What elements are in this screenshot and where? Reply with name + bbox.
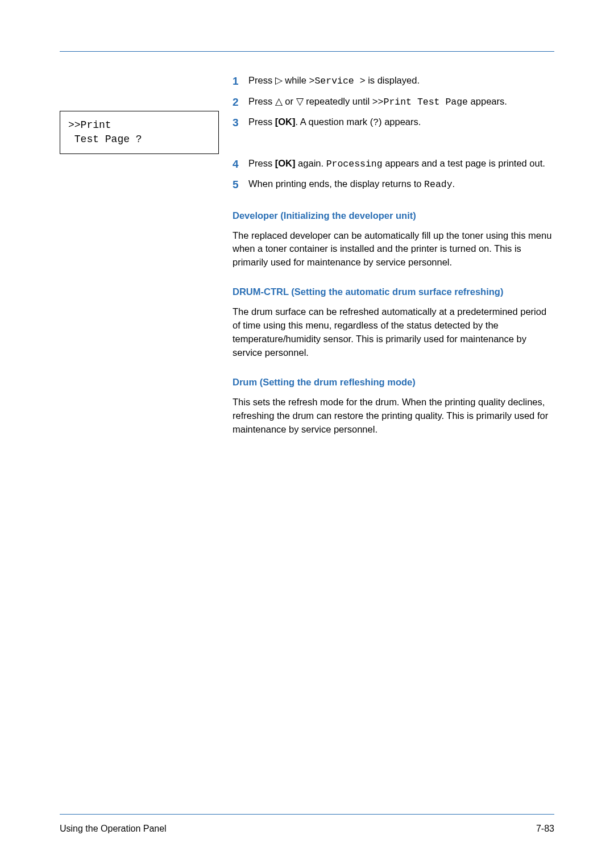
mono-text: Processing: [326, 159, 383, 169]
mono-text: >>Print Test Page: [372, 97, 468, 107]
steps-group-2: 4Press [OK] again. Processing appears an…: [233, 156, 554, 193]
triangle-icon: ▽: [296, 96, 304, 106]
step-item: 5When printing ends, the display returns…: [233, 177, 554, 193]
footer-rule: [60, 814, 554, 815]
step-number: 3: [233, 115, 248, 131]
section-body: The replaced developer can be automatica…: [233, 229, 554, 270]
step-number: 4: [233, 156, 248, 173]
lcd-display: >>Print Test Page ?: [60, 111, 219, 154]
bold-text: [OK]: [275, 117, 296, 127]
step-item: 2Press △ or ▽ repeatedly until >>Print T…: [233, 94, 554, 111]
step-text: Press ▷ while >Service > is displayed.: [248, 73, 554, 90]
top-rule: [60, 51, 554, 52]
mono-text: ?: [373, 117, 379, 128]
section-body: This sets the refresh mode for the drum.…: [233, 396, 554, 437]
triangle-icon: ▷: [275, 75, 283, 85]
step-number: 2: [233, 94, 248, 111]
step-text: Press [OK] again. Processing appears and…: [248, 156, 554, 173]
display-line-1: >>Print: [68, 119, 111, 131]
step-number: 5: [233, 177, 248, 193]
section-heading: Developer (Initializing the developer un…: [233, 210, 554, 221]
step-item: 3Press [OK]. A question mark (?) appears…: [233, 115, 554, 131]
section-heading: Drum (Setting the drum refleshing mode): [233, 377, 554, 388]
footer-right: 7-83: [536, 824, 554, 834]
section-body: The drum surface can be refreshed automa…: [233, 305, 554, 360]
step-item: 4Press [OK] again. Processing appears an…: [233, 156, 554, 173]
step-text: When printing ends, the display returns …: [248, 177, 554, 193]
bold-text: [OK]: [275, 158, 296, 168]
step-text: Press △ or ▽ repeatedly until >>Print Te…: [248, 94, 554, 111]
steps-group-1: 1Press ▷ while >Service > is displayed.2…: [233, 73, 554, 131]
step-text: Press [OK]. A question mark (?) appears.: [248, 115, 554, 131]
footer-left: Using the Operation Panel: [60, 824, 167, 834]
section-heading: DRUM-CTRL (Setting the automatic drum su…: [233, 286, 554, 297]
step-number: 1: [233, 73, 248, 90]
step-item: 1Press ▷ while >Service > is displayed.: [233, 73, 554, 90]
triangle-icon: △: [275, 96, 283, 106]
display-line-2: Test Page ?: [68, 134, 142, 145]
mono-text: Ready: [424, 179, 453, 190]
mono-text: >Service >: [309, 76, 366, 86]
